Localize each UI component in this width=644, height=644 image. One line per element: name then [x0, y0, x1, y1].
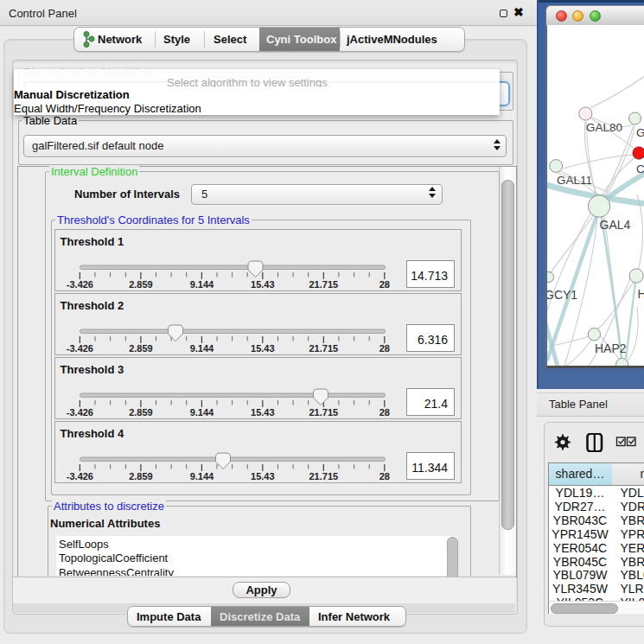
svg-text:21.715: 21.715: [309, 471, 338, 481]
svg-text:28: 28: [379, 279, 389, 290]
svg-text:21.715: 21.715: [309, 279, 338, 290]
svg-text:-3.426: -3.426: [66, 471, 92, 481]
svg-text:-3.426: -3.426: [66, 407, 92, 418]
svg-text:-3.426: -3.426: [66, 279, 92, 290]
svg-text:2.859: 2.859: [129, 471, 153, 481]
svg-text:2.859: 2.859: [129, 407, 153, 418]
svg-text:-3.426: -3.426: [66, 343, 92, 354]
svg-text:28: 28: [379, 407, 389, 418]
svg-text:2.859: 2.859: [129, 279, 153, 290]
svg-text:GAL80: GAL80: [586, 121, 622, 134]
svg-text:C: C: [636, 163, 644, 175]
svg-text:15.43: 15.43: [251, 343, 275, 354]
svg-text:21.715: 21.715: [309, 343, 338, 354]
svg-text:G.: G.: [636, 126, 644, 139]
svg-text:28: 28: [379, 471, 389, 481]
svg-text:HAP2: HAP2: [595, 341, 627, 355]
svg-text:GAL4: GAL4: [599, 218, 630, 232]
svg-text:9.144: 9.144: [189, 407, 214, 418]
svg-text:28: 28: [379, 343, 389, 354]
svg-text:2.859: 2.859: [129, 343, 153, 354]
svg-text:9.144: 9.144: [189, 279, 214, 290]
svg-text:9.144: 9.144: [189, 343, 214, 354]
svg-text:15.43: 15.43: [251, 471, 275, 481]
svg-text:H: H: [637, 287, 644, 301]
svg-text:9.144: 9.144: [189, 471, 214, 481]
svg-text:15.43: 15.43: [251, 279, 275, 290]
svg-text:GAL11: GAL11: [557, 174, 592, 187]
svg-text:15.43: 15.43: [251, 407, 275, 418]
svg-text:GCY1: GCY1: [547, 288, 577, 302]
svg-text:21.715: 21.715: [309, 407, 338, 418]
